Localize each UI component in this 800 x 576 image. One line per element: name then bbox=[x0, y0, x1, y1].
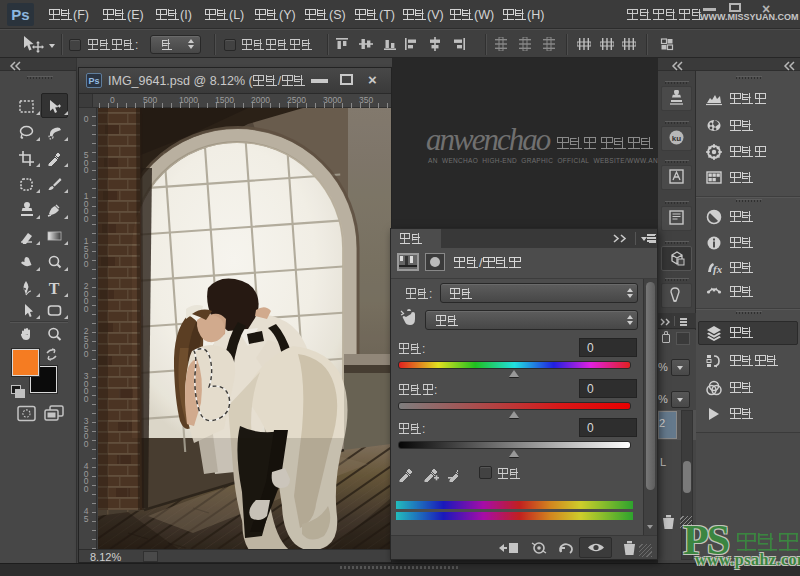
svg-text:T: T bbox=[49, 280, 60, 296]
svg-text:ku: ku bbox=[672, 134, 681, 143]
svg-text:fx: fx bbox=[713, 263, 722, 275]
